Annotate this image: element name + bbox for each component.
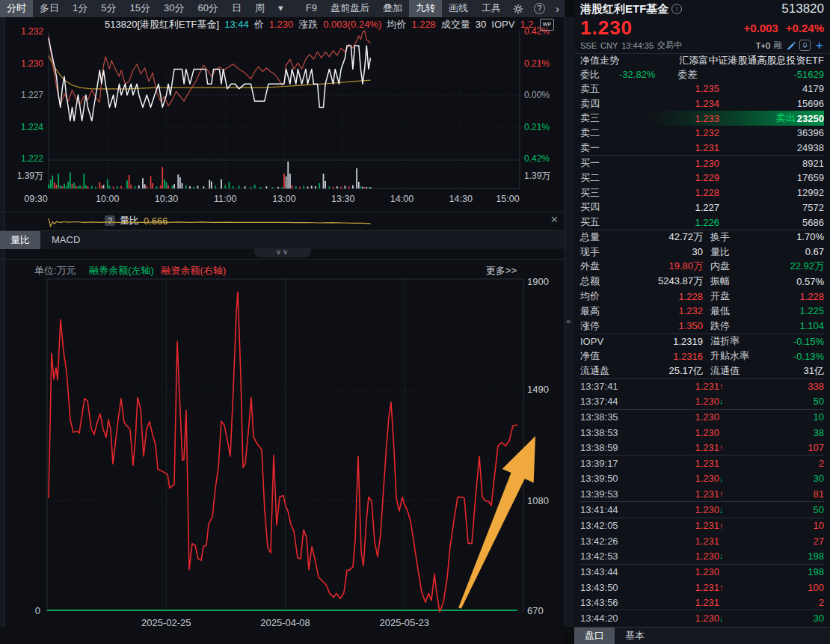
toolbar-item-盘前盘后[interactable]: 盘前盘后 xyxy=(324,0,376,17)
toolbar-item-九转[interactable]: 九转 xyxy=(409,0,442,17)
order-price: 1.230 xyxy=(615,158,719,169)
svg-text:10:00: 10:00 xyxy=(96,194,119,204)
trade-volume: 27 xyxy=(814,536,824,547)
help-icon[interactable]: ? xyxy=(529,0,550,17)
order-row-买三[interactable]: 买三1.22812992 xyxy=(580,185,824,200)
info-icon[interactable]: ! xyxy=(671,4,682,14)
toolbar-item-60分[interactable]: 60分 xyxy=(191,0,224,17)
intraday-header-item-9: 30 xyxy=(476,19,486,30)
stat-label: 开盘 xyxy=(710,289,767,303)
nav-fund-name[interactable]: 汇添富中证港股通高股息投资ETF xyxy=(679,54,824,67)
intraday-chart-section[interactable]: 513820[港股红利ETF基金]13:44价1.230涨跌0.003(0.24… xyxy=(0,17,565,212)
stat-value: 19.80万 xyxy=(619,260,703,273)
toolbar-item-画线[interactable]: 画线 xyxy=(442,0,475,17)
toolbar-item-多日[interactable]: 多日 xyxy=(33,0,66,17)
trade-time: 13:38:59 xyxy=(580,442,630,453)
svg-text:0.21%: 0.21% xyxy=(524,58,550,69)
nav-row[interactable]: 净值走势 汇添富中证港股通高股息投资ETF xyxy=(574,53,830,67)
down-arrow-icon: ↓ xyxy=(719,396,728,405)
toolbar-item-周[interactable]: 周 xyxy=(248,0,271,17)
panel-tab-基本[interactable]: 基本 xyxy=(615,628,655,644)
stat-label: 量比 xyxy=(710,245,767,259)
trade-volume: 30 xyxy=(814,473,824,484)
trade-list[interactable]: 13:37:411.231↑33813:37:441.230↓5013:38:3… xyxy=(574,378,830,626)
intraday-header-item-10: IOPV xyxy=(491,19,514,30)
weibi-label: 委比 xyxy=(580,68,600,82)
trade-time: 13:37:44 xyxy=(580,396,630,407)
trade-volume: 50 xyxy=(814,396,824,407)
stat-label: 内盘 xyxy=(710,260,767,273)
toolbar-item-15分[interactable]: 15分 xyxy=(123,0,156,17)
trade-price: 1.231 xyxy=(630,458,719,469)
period-toolbar: 分时多日1分5分15分30分60分日周▾F9盘前盘后叠加九转画线工具?› xyxy=(0,0,565,18)
order-price: 1.229 xyxy=(615,172,719,183)
toolbar-item-5分[interactable]: 5分 xyxy=(94,0,123,17)
order-row-卖五[interactable]: 卖五1.2354179 xyxy=(580,82,824,96)
stat-row-4: 均价1.228开盘1.228 xyxy=(580,289,824,304)
order-row-买四[interactable]: 买四1.2277572 xyxy=(580,200,824,215)
order-level-label: 卖四 xyxy=(580,97,615,111)
svg-text:1.227: 1.227 xyxy=(21,90,43,100)
expand-icon[interactable]: » xyxy=(566,316,571,325)
financing-header: 单位:万元 融券余额(左轴) 融资余额(右轴) 更多>> xyxy=(34,264,558,276)
trade-time: 13:43:44 xyxy=(580,566,630,577)
order-row-卖三[interactable]: 卖三1.233卖出23250 xyxy=(580,111,824,126)
order-row-卖四[interactable]: 卖四1.23415696 xyxy=(580,96,824,111)
up-arrow-icon: ↑ xyxy=(719,443,728,452)
financing-chart-section[interactable]: 单位:万元 融券余额(左轴) 融资余额(右轴) 更多>> 2025-02-252… xyxy=(0,259,565,628)
financing-chart[interactable]: 2025-02-252025-04-082025-05-231900149010… xyxy=(0,260,565,628)
order-volume: 12992 xyxy=(797,187,824,198)
more-tools-chevron-icon[interactable]: › xyxy=(550,0,565,17)
toolbar-item-F9[interactable]: F9 xyxy=(299,0,324,17)
stat-label: 涨停 xyxy=(580,319,619,333)
add-plus-icon[interactable]: ＋ xyxy=(814,40,824,50)
toolbar-item-工具[interactable]: 工具 xyxy=(475,0,508,17)
order-price: 1.228 xyxy=(615,187,719,198)
order-price: 1.234 xyxy=(615,98,719,109)
stat-value: 42.72万 xyxy=(619,230,703,244)
collapse-chevron[interactable]: ∨∨ xyxy=(254,248,311,257)
indicator-tab-量比[interactable]: 量比 xyxy=(0,231,41,249)
stat-value: 22.92万 xyxy=(790,260,824,273)
more-link[interactable]: 更多>> xyxy=(486,264,517,277)
order-row-买二[interactable]: 买二1.22917659 xyxy=(580,171,824,185)
trade-volume: 81 xyxy=(814,488,824,500)
trade-row-6: 13:39:501.230↓30 xyxy=(580,471,824,486)
toolbar-item-日[interactable]: 日 xyxy=(225,0,248,17)
toolbar-item-叠加[interactable]: 叠加 xyxy=(376,0,409,17)
trade-price: 1.230 xyxy=(630,551,719,562)
stat-value: 0.67 xyxy=(805,246,824,257)
svg-text:1.39万: 1.39万 xyxy=(524,171,550,181)
order-row-买五[interactable]: 买五1.2265686 xyxy=(580,215,824,230)
wp-note-icon[interactable]: WP xyxy=(540,19,554,31)
stat-row-6: 涨停1.350跌停1.104 xyxy=(580,319,824,334)
order-row-卖二[interactable]: 卖二1.23236396 xyxy=(580,126,824,141)
order-price: 1.235 xyxy=(615,83,719,94)
period-dropdown-caret-icon[interactable]: ▾ xyxy=(271,0,290,17)
trade-time: 13:43:56 xyxy=(580,597,630,608)
order-price: 1.226 xyxy=(615,217,719,228)
svg-text:15:00: 15:00 xyxy=(496,194,519,204)
order-volume: 17659 xyxy=(797,172,824,183)
indicator-tab-MACD[interactable]: MACD xyxy=(41,231,91,249)
trade-time: 13:39:53 xyxy=(580,488,630,500)
edit-pencil-icon[interactable] xyxy=(786,40,796,50)
order-row-买一[interactable]: 买一1.2308921 xyxy=(580,156,824,171)
svg-text:1900: 1900 xyxy=(527,276,549,287)
trade-time: 13:38:53 xyxy=(580,427,630,438)
toolbar-item-1分[interactable]: 1分 xyxy=(66,0,94,17)
trade-row-4: 13:38:591.231↑107 xyxy=(580,440,824,456)
order-level-label: 买三 xyxy=(580,186,615,200)
gear-icon[interactable] xyxy=(508,0,529,17)
alert-bell-icon[interactable] xyxy=(799,40,811,51)
up-arrow-icon: ↑ xyxy=(719,583,728,592)
intraday-chart[interactable]: 1.2321.2301.2271.2241.2220.42%0.21%0.00%… xyxy=(0,17,565,212)
toolbar-item-30分[interactable]: 30分 xyxy=(157,0,191,17)
svg-text:1.222: 1.222 xyxy=(21,153,43,164)
panel-tab-盘口[interactable]: 盘口 xyxy=(574,628,615,644)
trade-volume: 198 xyxy=(808,566,824,577)
order-row-卖一[interactable]: 卖一1.23124938 xyxy=(580,141,824,156)
down-arrow-icon: ↓ xyxy=(719,614,728,623)
toolbar-item-分时[interactable]: 分时 xyxy=(0,0,33,17)
trade-row-1: 13:37:441.230↓50 xyxy=(580,393,824,409)
